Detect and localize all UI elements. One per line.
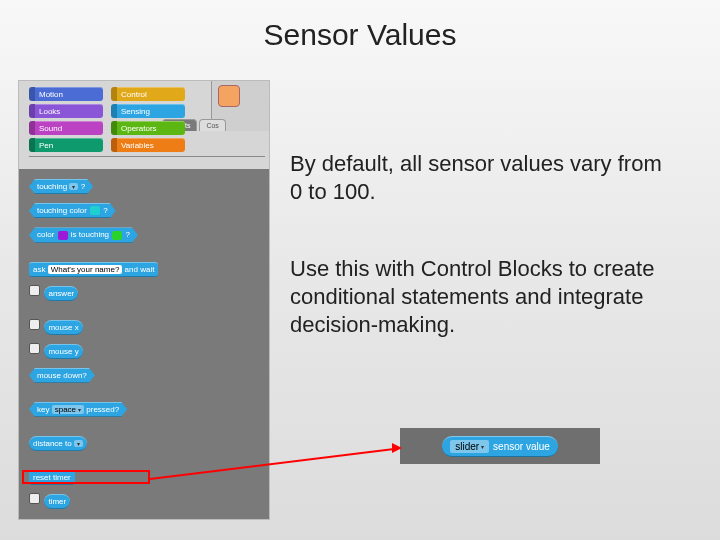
block-ask[interactable]: ask What's your name? and wait [29,262,158,277]
block-reset-timer[interactable]: reset timer [29,470,75,485]
text-input[interactable]: What's your name? [48,265,123,274]
block-distance-to[interactable]: distance to [29,436,87,451]
label: key [37,405,49,414]
paragraph-1: By default, all sensor values vary from … [290,150,680,206]
reporter-checkbox[interactable] [29,343,40,354]
label: touching [37,182,67,191]
arrow-head-icon [392,443,402,453]
callout-panel: slider sensor value [400,428,600,464]
category-sensing[interactable]: Sensing [111,104,185,118]
block-mouse-y[interactable]: mouse y [44,344,82,359]
block-timer[interactable]: timer [44,494,70,509]
block-sensor-value-large[interactable]: slider sensor value [442,436,558,457]
sprite-thumbnail [218,85,240,107]
dropdown[interactable]: space [52,405,84,414]
reporter-checkbox[interactable] [29,285,40,296]
divider [29,156,265,157]
page-title: Sensor Values [0,18,720,52]
category-operators[interactable]: Operators [111,121,185,135]
label: ? [81,182,85,191]
paragraph-2: Use this with Control Blocks to create c… [290,255,680,339]
label: and wait [125,265,155,274]
color-swatch[interactable] [90,206,100,215]
label: ask [33,265,45,274]
block-answer[interactable]: answer [44,286,78,301]
label: ? [126,230,130,239]
label: distance to [33,439,72,448]
category-motion[interactable]: Motion [29,87,103,101]
label: is touching [71,230,109,239]
block-color-touching[interactable]: color is touching ? [29,227,138,242]
category-variables[interactable]: Variables [111,138,185,152]
category-looks[interactable]: Looks [29,104,103,118]
block-mouse-down[interactable]: mouse down? [29,368,95,383]
label: touching color [37,206,87,215]
label: pressed? [86,405,119,414]
stage-preview: Scripts Cos [211,81,269,131]
scratch-palette: Scripts Cos Motion Control Looks Sensing… [18,80,270,520]
label: ? [103,206,107,215]
block-touching-color[interactable]: touching color ? [29,203,116,218]
reporter-checkbox[interactable] [29,319,40,330]
block-touching[interactable]: touching ? [29,179,93,194]
reporter-checkbox[interactable] [29,493,40,504]
dropdown[interactable] [69,183,78,190]
block-key-pressed[interactable]: key space pressed? [29,402,127,417]
dropdown[interactable] [74,440,83,447]
category-pen[interactable]: Pen [29,138,103,152]
category-control[interactable]: Control [111,87,185,101]
color-swatch[interactable] [58,231,68,240]
block-mouse-x[interactable]: mouse x [44,320,82,335]
category-sound[interactable]: Sound [29,121,103,135]
dropdown[interactable]: slider [450,440,489,453]
color-swatch[interactable] [112,231,122,240]
tab-costumes[interactable]: Cos [199,119,225,131]
label: sensor value [493,441,550,452]
label: color [37,230,54,239]
